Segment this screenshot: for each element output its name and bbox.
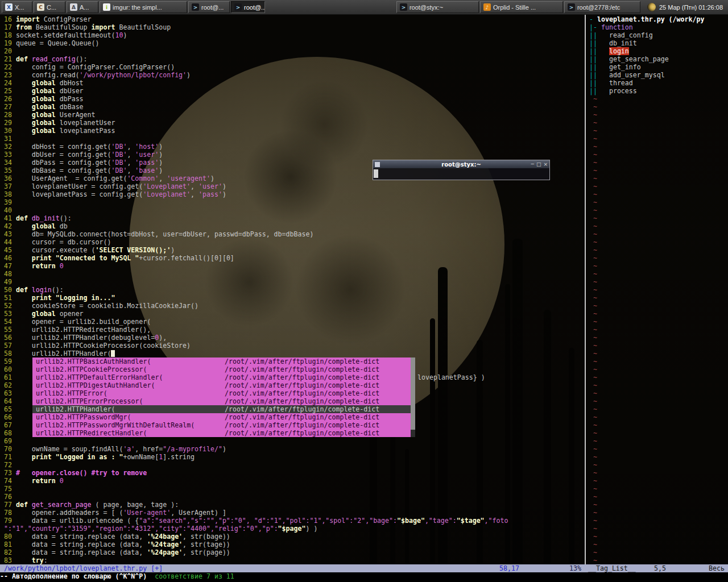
code-line[interactable]: 53 global opener [0,310,585,318]
code-line[interactable]: ":"1","country":"3159","region":"4312","… [0,525,585,533]
terminal-scrollbar[interactable] [374,169,378,178]
code-line[interactable]: 41 def db_init(): [0,214,585,222]
code-line[interactable]: 24 global dbHost [0,79,585,87]
vim-editor[interactable]: 16 import ConfigParser 17 from Beautiful… [0,15,728,582]
taglist-statusline[interactable]: __Tag_List__ 5,5 Весь [585,564,728,572]
code-line[interactable]: 39 [0,198,585,206]
completion-item[interactable]: urllib2.HTTPHandler(/root/.vim/after/ftp… [32,405,415,413]
code-line[interactable]: 55 urllib2.HTTPRedirectHandler(), [0,326,585,334]
code-line[interactable]: 69 [0,437,585,445]
code-line[interactable]: 43 db= MySQLdb.connect(host=dbHost, user… [0,230,585,238]
code-line[interactable]: 26 global dbPass [0,95,585,103]
code-line[interactable]: 81 data = string.replace (data, '%24tage… [0,541,585,548]
code-line[interactable]: 19 queue = Queue.Queue() [0,39,585,47]
code-line[interactable]: 57 urllib2.HTTPCookieProcessor(cookieSto… [0,342,585,350]
completion-item[interactable]: urllib2.HTTPErrorProcessor(/root/.vim/af… [32,397,415,405]
completion-item[interactable]: urllib2.HTTPPasswordMgrWithDefaultRealm(… [32,421,415,429]
code-line[interactable]: 79 data = urllib.urlencode ( {"a":"searc… [0,517,585,525]
code-line[interactable]: 78 opener.addheaders = [ ('User-agent', … [0,509,585,517]
completion-scrollbar-thumb[interactable] [411,357,415,430]
taskbar-button[interactable]: >root@... [231,1,265,13]
code-line[interactable]: 40 [0,206,585,214]
code-line[interactable]: 45 cursor.execute ('SELECT VERSION();') [0,246,585,254]
taglist-row[interactable]: || thread [589,79,728,87]
code-line[interactable]: 31 [0,135,585,143]
close-button[interactable]: × [543,160,548,168]
code-line[interactable]: 48 [0,270,585,278]
taglist-row[interactable]: || get_search_page [589,55,728,63]
code-line[interactable]: 72 [0,461,585,469]
taglist-tag[interactable]: db_init [609,39,637,47]
taglist-row[interactable]: || process [589,87,728,95]
code-line[interactable]: 49 [0,278,585,286]
code-line[interactable]: 51 print "Logging in..." [0,294,585,302]
code-line[interactable]: 54 opener = urllib2.build_opener( [0,318,585,326]
completion-item[interactable]: urllib2.HTTPCookieProcessor(/root/.vim/a… [32,365,415,373]
code-line[interactable]: 47 return 0 [0,262,585,270]
code-line[interactable]: 75 [0,485,585,493]
completion-item[interactable]: urllib2.HTTPDigestAuthHandler(/root/.vim… [32,381,415,389]
code-line[interactable]: 71 print "Logged in as : "+ownName[1].st… [0,453,585,461]
taskbar-button[interactable]: >root@... [188,1,230,13]
code-line[interactable]: 21 def read_config(): [0,55,585,63]
code-area[interactable]: 16 import ConfigParser 17 from Beautiful… [0,15,585,564]
taskbar-button[interactable]: ♪Orplid - Stille ... [480,1,563,13]
code-line[interactable]: 82 data = string.replace (data, '%24page… [0,548,585,556]
taglist-row[interactable]: || read_config [589,31,728,39]
code-line[interactable]: 58 urllib2.HTTPHandler( [0,350,585,357]
taglist-row[interactable]: || db_init [589,39,728,47]
completion-item[interactable]: urllib2.HTTPError(/root/.vim/after/ftplu… [32,389,415,397]
taglist-row[interactable]: - loveplanet.thr.py (/work/py [589,15,728,23]
code-line[interactable]: 18 socket.setdefaulttimeout(10) [0,31,585,39]
window-titlebar[interactable]: root@styx:~ ─ □ × [373,160,549,168]
code-line[interactable]: 23 config.read('/work/python/lpbot/confi… [0,71,585,79]
code-line[interactable]: 25 global dbUser [0,87,585,95]
completion-item[interactable]: urllib2.HTTPBasicAuthHandler(/root/.vim/… [32,357,415,365]
taskbar-button[interactable]: CC... [34,1,65,13]
taskbar-button[interactable]: AA... [67,1,98,13]
taskbar-button[interactable]: XX... [2,1,32,13]
code-line[interactable]: 28 global UserAgent [0,111,585,119]
terminal-body[interactable] [373,168,549,179]
code-line[interactable]: 37 loveplanetUser = config.get('Loveplan… [0,182,585,190]
code-line[interactable]: 16 import ConfigParser [0,15,585,23]
taskbar-button[interactable]: >root@2778:/etc [564,1,640,13]
taglist-tag[interactable]: read_config [609,31,653,39]
code-line[interactable]: 38 loveplanetPass = config.get('Loveplan… [0,190,585,198]
code-line[interactable]: 20 [0,47,585,55]
minimize-button[interactable]: ─ [531,160,534,168]
code-line[interactable]: 73 # opener.close() #try to remove [0,469,585,477]
code-line[interactable]: 30 global loveplanetPass [0,127,585,135]
statusline[interactable]: /work/python/lpbot/loveplanet.thr.py [+]… [0,564,585,572]
code-line[interactable]: 32 dbHost = config.get('DB', 'host') [0,143,585,151]
code-line[interactable]: 50 def login(): [0,286,585,294]
code-line[interactable]: 27 global dbBase [0,103,585,111]
code-line[interactable]: 70 ownName = soup.findAll('a', href="/a-… [0,445,585,453]
code-line[interactable]: 29 global loveplanetUser [0,119,585,127]
taglist-row[interactable]: || add_user_mysql [589,71,728,79]
code-line[interactable]: 74 return 0 [0,477,585,485]
code-line[interactable]: 33 dbUser = config.get('DB', 'user') [0,151,585,159]
taglist-row[interactable]: |- function [589,23,728,31]
floating-terminal-window[interactable]: root@styx:~ ─ □ × [373,160,550,180]
code-line[interactable]: 56 urllib2.HTTPHandler(debuglevel=0), [0,334,585,342]
taglist-tag[interactable]: get_info [609,63,641,71]
code-line[interactable]: 46 print "Connected to MySQL "+cursor.fe… [0,254,585,262]
taglist-tag[interactable]: add_user_mysql [609,71,665,79]
taglist-tag[interactable]: thread [609,79,633,87]
code-line[interactable]: 52 cookieStore = cookielib.MozillaCookie… [0,302,585,310]
code-line[interactable]: 17 from BeautifulSoup import BeautifulSo… [0,23,585,31]
window-separator[interactable] [585,15,586,564]
completion-item[interactable]: urllib2.HTTPDefaultErrorHandler(/root/.v… [32,373,415,381]
code-line[interactable]: 22 config = ConfigParser.ConfigParser() [0,63,585,71]
code-line[interactable]: 44 cursor = db.cursor() [0,238,585,246]
code-line[interactable]: 76 [0,493,585,501]
code-line[interactable]: 77 def get_search_page ( page, bage, tag… [0,501,585,509]
taglist-tag[interactable]: get_search_page [609,55,669,63]
taglist-tag[interactable]: process [609,87,637,95]
code-line[interactable]: 83 try: [0,556,585,564]
taskbar-button[interactable]: >root@styx:~ [396,1,479,13]
taglist-row[interactable]: || login [589,47,728,55]
taskbar-button[interactable]: iimgur: the simpl... [100,1,187,13]
taglist-row[interactable]: || get_info [589,63,728,71]
